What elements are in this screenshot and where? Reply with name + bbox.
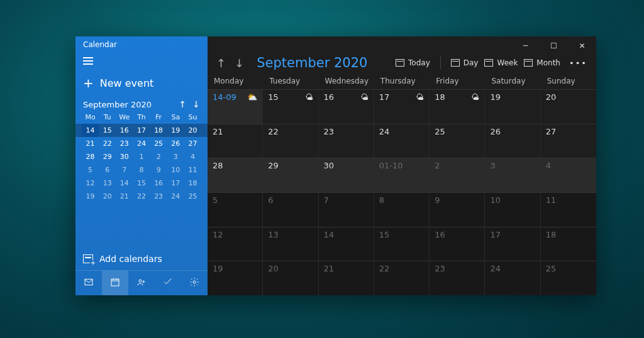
day-cell[interactable]: 14-09⛅ — [208, 90, 263, 124]
mini-day-cell[interactable]: 9 — [150, 163, 167, 177]
mini-day-cell[interactable]: 25 — [150, 137, 167, 150]
hamburger-icon[interactable] — [75, 52, 208, 70]
day-cell[interactable]: 18 — [541, 227, 596, 261]
day-cell[interactable]: 27 — [541, 124, 596, 158]
mini-day-cell[interactable]: 24 — [167, 190, 184, 203]
day-cell[interactable]: 23 — [430, 261, 485, 295]
mini-day-cell[interactable]: 2 — [150, 150, 167, 163]
mail-icon[interactable] — [75, 271, 102, 295]
close-button[interactable]: ✕ — [568, 41, 596, 50]
mini-day-cell[interactable]: 27 — [184, 137, 201, 150]
mini-day-cell[interactable]: 14 — [116, 177, 133, 190]
mini-day-cell[interactable]: 25 — [184, 190, 201, 203]
day-cell[interactable]: 24 — [374, 124, 430, 158]
mini-day-cell[interactable]: 15 — [99, 124, 116, 137]
mini-day-cell[interactable]: 17 — [167, 177, 184, 190]
today-button[interactable]: Today — [396, 58, 430, 67]
mini-day-cell[interactable]: 26 — [167, 137, 184, 150]
mini-day-cell[interactable]: 30 — [116, 150, 133, 163]
mini-day-cell[interactable]: 7 — [116, 163, 133, 177]
day-cell[interactable]: 19 — [485, 90, 540, 124]
day-cell[interactable]: 5 — [208, 193, 263, 227]
mini-day-cell[interactable]: 19 — [82, 190, 99, 203]
day-cell[interactable]: 24 — [485, 261, 540, 295]
day-cell[interactable]: 25 — [541, 261, 596, 295]
mini-day-cell[interactable]: 28 — [82, 150, 99, 163]
day-cell[interactable]: 12 — [208, 227, 263, 261]
day-cell[interactable]: 4 — [541, 158, 596, 192]
mini-next-icon[interactable]: ↓ — [192, 99, 200, 109]
mini-day-cell[interactable]: 24 — [133, 137, 150, 150]
mini-day-cell[interactable]: 4 — [184, 150, 201, 163]
calendar-icon[interactable] — [102, 271, 128, 295]
mini-day-cell[interactable]: 19 — [167, 124, 184, 137]
day-cell[interactable]: 7 — [319, 193, 374, 227]
mini-day-cell[interactable]: 16 — [150, 177, 167, 190]
day-cell[interactable]: 30 — [319, 158, 374, 192]
day-cell[interactable]: 17 — [485, 227, 540, 261]
mini-day-cell[interactable]: 17 — [133, 124, 150, 137]
day-cell[interactable]: 16 — [430, 227, 485, 261]
day-cell[interactable]: 26 — [485, 124, 540, 158]
mini-day-cell[interactable]: 14 — [82, 124, 99, 137]
mini-day-cell[interactable]: 12 — [82, 177, 99, 190]
mini-day-cell[interactable]: 22 — [133, 190, 150, 203]
day-cell[interactable]: 17🌤 — [374, 90, 430, 124]
day-cell[interactable]: 29 — [263, 158, 318, 192]
more-button[interactable]: ••• — [569, 58, 587, 68]
day-cell[interactable]: 16🌤 — [319, 90, 374, 124]
day-cell[interactable]: 22 — [374, 261, 430, 295]
day-view-button[interactable]: Day — [451, 58, 479, 67]
mini-day-cell[interactable]: 23 — [150, 190, 167, 203]
minimize-button[interactable]: ─ — [511, 41, 540, 50]
new-event-button[interactable]: + New event — [75, 70, 208, 95]
mini-day-cell[interactable]: 6 — [99, 163, 116, 177]
mini-day-cell[interactable]: 11 — [184, 163, 201, 177]
day-cell[interactable]: 25 — [430, 124, 485, 158]
mini-day-cell[interactable]: 13 — [99, 177, 116, 190]
day-cell[interactable]: 23 — [319, 124, 374, 158]
day-cell[interactable]: 13 — [263, 227, 318, 261]
mini-month-label[interactable]: September 2020 — [83, 100, 152, 109]
day-cell[interactable]: 20 — [263, 261, 318, 295]
day-cell[interactable]: 8 — [374, 193, 430, 227]
mini-day-cell[interactable]: 3 — [167, 150, 184, 163]
day-cell[interactable]: 14 — [319, 227, 374, 261]
mini-day-cell[interactable]: 5 — [82, 163, 99, 177]
settings-icon[interactable] — [181, 271, 208, 295]
next-period-icon[interactable]: ↓ — [235, 57, 244, 70]
day-cell[interactable]: 15🌤 — [263, 90, 318, 124]
day-cell[interactable]: 18🌤 — [430, 90, 485, 124]
mini-day-cell[interactable]: 16 — [116, 124, 133, 137]
mini-day-cell[interactable]: 21 — [82, 137, 99, 150]
day-cell[interactable]: 21 — [208, 124, 263, 158]
month-label[interactable]: September 2020 — [257, 55, 367, 70]
add-calendars-button[interactable]: Add calendars — [75, 248, 208, 270]
mini-day-cell[interactable]: 21 — [116, 190, 133, 203]
mini-day-cell[interactable]: 29 — [99, 150, 116, 163]
day-cell[interactable]: 20 — [541, 90, 596, 124]
mini-day-cell[interactable]: 22 — [99, 137, 116, 150]
mini-day-cell[interactable]: 23 — [116, 137, 133, 150]
todo-icon[interactable] — [155, 271, 181, 295]
mini-day-cell[interactable]: 15 — [133, 177, 150, 190]
mini-day-cell[interactable]: 20 — [99, 190, 116, 203]
day-cell[interactable]: 6 — [263, 193, 318, 227]
mini-day-cell[interactable]: 20 — [184, 124, 201, 137]
day-cell[interactable]: 10 — [485, 193, 540, 227]
day-cell[interactable]: 2 — [430, 158, 485, 192]
day-cell[interactable]: 21 — [319, 261, 374, 295]
prev-period-icon[interactable]: ↑ — [216, 57, 226, 70]
maximize-button[interactable]: ☐ — [540, 41, 568, 50]
month-view-button[interactable]: Month — [524, 58, 560, 67]
day-cell[interactable]: 22 — [263, 124, 318, 158]
day-cell[interactable]: 28 — [208, 158, 263, 192]
mini-day-cell[interactable]: 18 — [150, 124, 167, 137]
day-cell[interactable]: 15 — [374, 227, 430, 261]
day-cell[interactable]: 3 — [485, 158, 540, 192]
week-view-button[interactable]: Week — [484, 58, 518, 67]
day-cell[interactable]: 11 — [541, 193, 596, 227]
day-cell[interactable]: 19 — [208, 261, 263, 295]
mini-day-cell[interactable]: 8 — [133, 163, 150, 177]
mini-day-cell[interactable]: 1 — [133, 150, 150, 163]
